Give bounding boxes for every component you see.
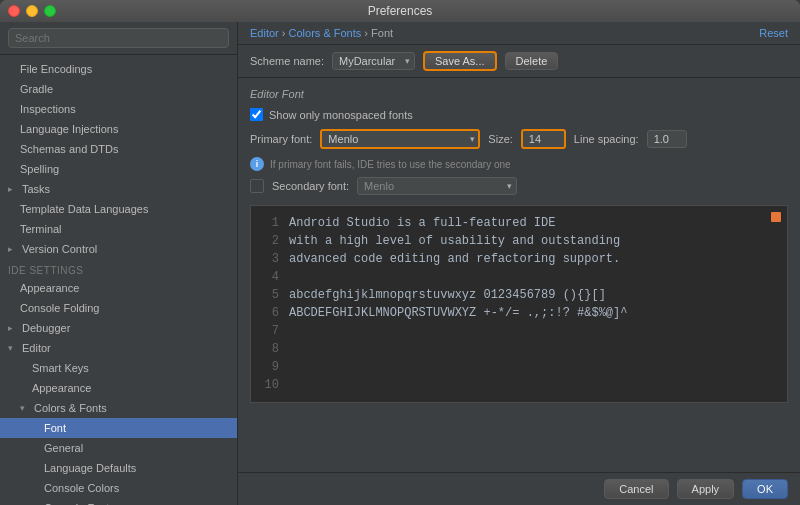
sidebar-item-terminal[interactable]: Terminal <box>0 219 237 239</box>
reset-button[interactable]: Reset <box>759 27 788 39</box>
save-as-button[interactable]: Save As... <box>423 51 497 71</box>
secondary-font-label: Secondary font: <box>272 180 349 192</box>
ide-settings-section: IDE Settings <box>0 259 237 278</box>
breadcrumb-colors-fonts-link[interactable]: Colors & Fonts <box>289 27 362 39</box>
colors-fonts-arrow-icon <box>20 400 30 416</box>
sidebar-item-general[interactable]: General <box>0 438 237 458</box>
sidebar-content: File Encodings Gradle Inspections Langua… <box>0 55 237 505</box>
sidebar-item-gradle[interactable]: Gradle <box>0 79 237 99</box>
version-control-arrow-icon <box>8 241 18 257</box>
preview-line-10: 10 <box>259 376 779 394</box>
sidebar-item-tasks[interactable]: Tasks <box>0 179 237 199</box>
info-text: If primary font fails, IDE tries to use … <box>270 159 511 170</box>
sidebar-item-language-defaults[interactable]: Language Defaults <box>0 458 237 478</box>
preview-line-3: 3 advanced code editing and refactoring … <box>259 250 779 268</box>
secondary-font-select-wrapper: Menlo Monaco <box>357 177 517 195</box>
search-bar <box>0 22 237 55</box>
tasks-arrow-icon <box>8 181 18 197</box>
secondary-font-checkbox[interactable] <box>250 179 264 193</box>
primary-font-label: Primary font: <box>250 133 312 145</box>
editor-area: Editor Font Show only monospaced fonts P… <box>238 78 800 472</box>
sidebar-item-inspections[interactable]: Inspections <box>0 99 237 119</box>
preview-line-1: 1 Android Studio is a full-featured IDE <box>259 214 779 232</box>
toolbar: Scheme name: MyDarcular Default Darcula … <box>238 45 800 78</box>
content-area: Editor › Colors & Fonts › Font Reset Sch… <box>238 22 800 505</box>
line-spacing-label: Line spacing: <box>574 133 639 145</box>
info-row: i If primary font fails, IDE tries to us… <box>250 157 788 171</box>
sidebar-item-debugger[interactable]: Debugger <box>0 318 237 338</box>
sidebar-item-smart-keys[interactable]: Smart Keys <box>0 358 237 378</box>
sidebar-item-console-font[interactable]: Console Font <box>0 498 237 505</box>
sidebar-item-template-data[interactable]: Template Data Languages <box>0 199 237 219</box>
sidebar-item-console-colors[interactable]: Console Colors <box>0 478 237 498</box>
preview-line-5: 5 abcdefghijklmnopqrstuvwxyz 0123456789 … <box>259 286 779 304</box>
preview-line-2: 2 with a high level of usability and out… <box>259 232 779 250</box>
preview-line-6: 6 ABCDEFGHIJKLMNOPQRSTUVWXYZ +-*/= .,;:!… <box>259 304 779 322</box>
scheme-select[interactable]: MyDarcular Default Darcula <box>332 52 415 70</box>
bottom-bar: Cancel Apply OK <box>238 472 800 505</box>
breadcrumb-editor-link[interactable]: Editor <box>250 27 279 39</box>
close-button[interactable] <box>8 5 20 17</box>
sidebar-item-schemas-dtds[interactable]: Schemas and DTDs <box>0 139 237 159</box>
primary-font-select[interactable]: Menlo Monaco Courier New Consolas <box>320 129 480 149</box>
title-bar: Preferences <box>0 0 800 22</box>
preview-line-4: 4 <box>259 268 779 286</box>
secondary-font-row: Secondary font: Menlo Monaco <box>250 177 788 195</box>
primary-font-select-wrapper: Menlo Monaco Courier New Consolas <box>320 129 480 149</box>
info-icon: i <box>250 157 264 171</box>
sidebar-item-editor-appearance[interactable]: Appearance <box>0 378 237 398</box>
editor-arrow-icon <box>8 340 18 356</box>
secondary-font-select[interactable]: Menlo Monaco <box>357 177 517 195</box>
breadcrumb-bar: Editor › Colors & Fonts › Font Reset <box>238 22 800 45</box>
sidebar-item-language-injections[interactable]: Language Injections <box>0 119 237 139</box>
cancel-button[interactable]: Cancel <box>604 479 668 499</box>
sidebar-item-appearance[interactable]: Appearance <box>0 278 237 298</box>
show-monospaced-checkbox[interactable] <box>250 108 263 121</box>
sidebar-item-spelling[interactable]: Spelling <box>0 159 237 179</box>
delete-button[interactable]: Delete <box>505 52 559 70</box>
sidebar-item-file-encodings[interactable]: File Encodings <box>0 59 237 79</box>
size-label: Size: <box>488 133 512 145</box>
debugger-label: Debugger <box>18 320 70 336</box>
line-spacing-input[interactable] <box>647 130 687 148</box>
search-input[interactable] <box>8 28 229 48</box>
window-controls[interactable] <box>8 5 56 17</box>
sidebar-item-colors-fonts[interactable]: Colors & Fonts <box>0 398 237 418</box>
debugger-arrow-icon <box>8 320 18 336</box>
show-monospaced-row: Show only monospaced fonts <box>250 108 788 121</box>
sidebar-item-font[interactable]: Font <box>0 418 237 438</box>
scheme-name-label: Scheme name: <box>250 55 324 67</box>
font-row: Primary font: Menlo Monaco Courier New C… <box>250 129 788 149</box>
tasks-label: Tasks <box>18 181 50 197</box>
preview-area: 1 Android Studio is a full-featured IDE … <box>250 205 788 403</box>
scheme-select-wrapper: MyDarcular Default Darcula <box>332 52 415 70</box>
ok-button[interactable]: OK <box>742 479 788 499</box>
sidebar: File Encodings Gradle Inspections Langua… <box>0 22 238 505</box>
main-container: File Encodings Gradle Inspections Langua… <box>0 22 800 505</box>
preview-line-8: 8 <box>259 340 779 358</box>
apply-button[interactable]: Apply <box>677 479 735 499</box>
show-monospaced-label: Show only monospaced fonts <box>269 109 413 121</box>
editor-group-label: Editor <box>18 340 51 356</box>
size-input[interactable] <box>521 129 566 149</box>
minimize-button[interactable] <box>26 5 38 17</box>
sidebar-item-editor-group[interactable]: Editor <box>0 338 237 358</box>
preview-line-9: 9 <box>259 358 779 376</box>
preview-line-7: 7 <box>259 322 779 340</box>
sidebar-item-version-control[interactable]: Version Control <box>0 239 237 259</box>
orange-dot-icon <box>771 212 781 222</box>
window-title: Preferences <box>368 4 433 18</box>
breadcrumb: Editor › Colors & Fonts › Font <box>250 27 393 39</box>
version-control-label: Version Control <box>18 241 97 257</box>
maximize-button[interactable] <box>44 5 56 17</box>
colors-fonts-label: Colors & Fonts <box>30 400 107 416</box>
sidebar-item-console-folding[interactable]: Console Folding <box>0 298 237 318</box>
editor-font-section-label: Editor Font <box>250 88 788 100</box>
